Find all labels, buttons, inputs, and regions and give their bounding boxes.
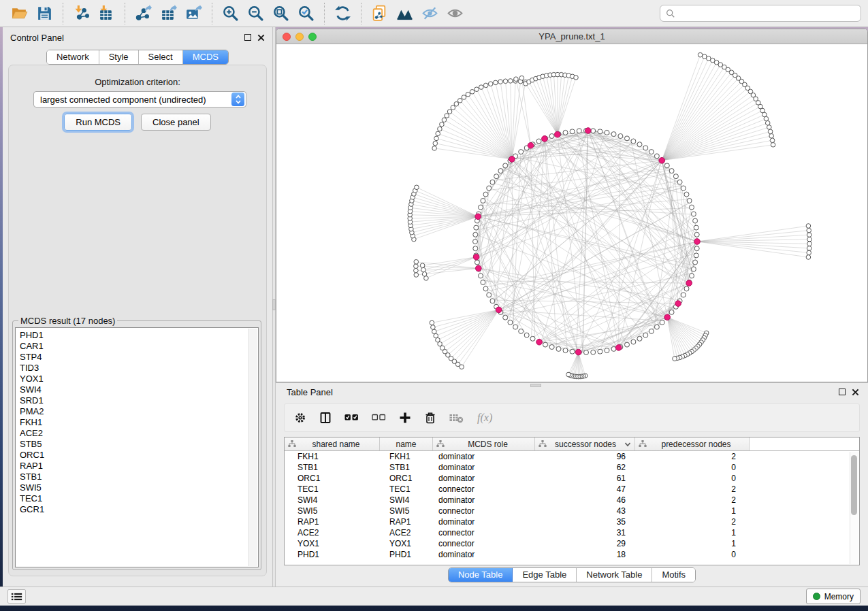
satellite-node[interactable] — [765, 121, 770, 126]
mcds-hub-node[interactable] — [615, 345, 622, 351]
ring-node[interactable] — [605, 130, 609, 135]
task-history-button[interactable] — [7, 589, 26, 604]
float-panel-icon[interactable] — [244, 34, 251, 41]
window-close-button[interactable] — [283, 33, 291, 41]
satellite-node[interactable] — [470, 90, 475, 95]
mcds-hub-node[interactable] — [528, 143, 534, 149]
import-network-icon[interactable] — [69, 3, 94, 24]
show-all-icon[interactable] — [443, 3, 468, 24]
satellite-node[interactable] — [432, 146, 437, 151]
ring-node[interactable] — [694, 246, 699, 251]
ring-node[interactable] — [549, 134, 554, 139]
table-settings-icon[interactable] — [294, 412, 306, 424]
criterion-select[interactable]: largest connected component (undirected) — [33, 91, 246, 108]
result-node-item[interactable]: GCR1 — [16, 504, 258, 515]
ring-node[interactable] — [669, 310, 674, 314]
zoom-out-icon[interactable] — [243, 3, 268, 24]
tab-style[interactable]: Style — [99, 50, 139, 64]
tab-mcds[interactable]: MCDS — [183, 50, 228, 64]
network-graph[interactable] — [276, 44, 867, 382]
zoom-fit-icon[interactable] — [268, 3, 293, 24]
ring-node[interactable] — [618, 134, 623, 139]
result-node-item[interactable]: STB5 — [16, 439, 258, 450]
satellite-node[interactable] — [503, 79, 508, 84]
satellite-node[interactable] — [414, 268, 419, 273]
satellite-node[interactable] — [762, 112, 767, 117]
satellite-node[interactable] — [440, 122, 445, 127]
satellite-node[interactable] — [475, 87, 479, 92]
satellite-node[interactable] — [451, 105, 455, 110]
select-all-columns-icon[interactable] — [344, 412, 359, 424]
zoom-in-icon[interactable] — [218, 3, 243, 24]
ring-node[interactable] — [498, 169, 503, 174]
satellite-node[interactable] — [574, 76, 579, 80]
ring-node[interactable] — [524, 333, 529, 337]
satellite-node[interactable] — [430, 320, 434, 325]
ring-node[interactable] — [479, 205, 483, 210]
mcds-hub-node[interactable] — [496, 307, 502, 313]
ring-node[interactable] — [563, 130, 568, 135]
ring-node[interactable] — [643, 146, 648, 150]
network-canvas[interactable] — [276, 44, 867, 382]
search-box[interactable] — [660, 5, 861, 22]
satellite-node[interactable] — [806, 224, 811, 229]
memory-button[interactable]: Memory — [806, 589, 861, 604]
window-zoom-button[interactable] — [308, 33, 317, 41]
mcds-hub-node[interactable] — [476, 265, 482, 271]
ring-node[interactable] — [690, 274, 694, 278]
ring-node[interactable] — [487, 293, 492, 297]
satellite-node[interactable] — [442, 118, 447, 122]
result-list-scrollbar[interactable] — [248, 329, 257, 566]
add-column-icon[interactable] — [399, 412, 411, 424]
mcds-hub-node[interactable] — [575, 349, 581, 355]
ring-node[interactable] — [584, 350, 589, 355]
ring-node[interactable] — [637, 142, 642, 147]
ring-node[interactable] — [536, 139, 541, 144]
ring-node[interactable] — [605, 348, 609, 353]
unselect-all-columns-icon[interactable] — [372, 412, 386, 424]
satellite-node[interactable] — [494, 80, 498, 85]
window-minimize-button[interactable] — [295, 33, 304, 41]
ring-node[interactable] — [490, 299, 495, 303]
table-row[interactable]: PHD1PHD1dominator180 — [285, 549, 859, 560]
satellite-node[interactable] — [807, 228, 811, 233]
column-header-name[interactable]: name — [380, 437, 433, 450]
ring-node[interactable] — [660, 320, 664, 325]
mcds-hub-node[interactable] — [664, 314, 671, 320]
run-mcds-button[interactable]: Run MCDS — [64, 114, 132, 131]
ring-node[interactable] — [691, 267, 696, 271]
satellite-node[interactable] — [698, 52, 703, 57]
result-node-item[interactable]: ORC1 — [16, 450, 258, 461]
open-folder-icon[interactable] — [7, 3, 32, 24]
satellite-node[interactable] — [462, 95, 466, 100]
satellite-node[interactable] — [415, 185, 419, 190]
ring-node[interactable] — [664, 163, 669, 168]
satellite-node[interactable] — [764, 116, 769, 121]
satellite-node[interactable] — [769, 134, 774, 139]
satellite-node[interactable] — [457, 99, 462, 103]
result-node-item[interactable]: STP4 — [16, 352, 258, 363]
ring-node[interactable] — [490, 180, 495, 184]
satellite-node[interactable] — [807, 237, 812, 242]
ring-node[interactable] — [637, 336, 642, 341]
ring-node[interactable] — [591, 129, 596, 133]
float-table-panel-icon[interactable] — [839, 389, 846, 395]
ring-node[interactable] — [577, 129, 581, 133]
tab-edge-table[interactable]: Edge Table — [513, 568, 577, 582]
ring-node[interactable] — [513, 325, 518, 329]
satellite-node[interactable] — [447, 110, 452, 114]
horizontal-splitter-handle[interactable] — [530, 384, 541, 387]
satellite-node[interactable] — [466, 92, 470, 97]
result-node-item[interactable]: SRD1 — [16, 395, 258, 406]
mcds-hub-node[interactable] — [694, 239, 701, 245]
ring-node[interactable] — [673, 174, 678, 179]
satellite-node[interactable] — [454, 102, 459, 107]
ring-node[interactable] — [473, 232, 478, 237]
result-node-item[interactable]: CAR1 — [16, 341, 258, 352]
ring-node[interactable] — [598, 349, 602, 354]
ring-node[interactable] — [487, 186, 492, 191]
satellite-node[interactable] — [422, 272, 427, 277]
ring-node[interactable] — [598, 129, 602, 134]
zoom-selected-icon[interactable] — [293, 3, 319, 24]
ring-node[interactable] — [611, 132, 616, 137]
